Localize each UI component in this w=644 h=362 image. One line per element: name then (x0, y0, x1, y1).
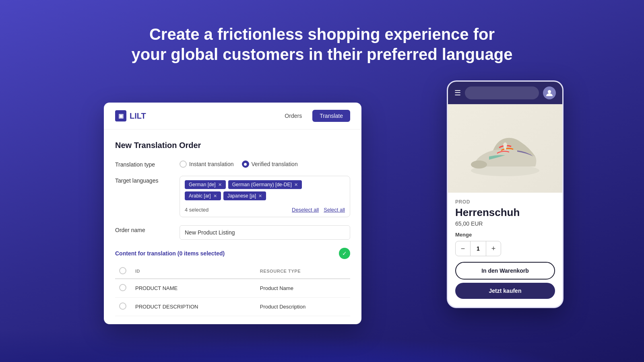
table-head: ID RESOURCE TYPE (115, 264, 350, 279)
mobile-header: ☰ (448, 82, 562, 104)
product-image (448, 104, 562, 193)
row1-checkbox[interactable] (119, 284, 126, 291)
content-header: Content for translation (0 items selecte… (115, 248, 350, 259)
order-name-input[interactable] (180, 225, 350, 240)
row2-checkbox[interactable] (119, 302, 126, 310)
translation-type-row: Translation type Instant translation Ver… (115, 160, 350, 168)
mobile-preview: ☰ (447, 80, 564, 308)
selected-count: 4 selected (185, 207, 208, 213)
buy-now-button[interactable]: Jetzt kaufen (455, 283, 555, 299)
orders-button[interactable]: Orders (277, 110, 309, 122)
target-languages-label: Target languages (115, 176, 171, 184)
tags-actions: Deselect all Select all (292, 207, 345, 213)
translation-type-control: Instant translation Verified translation (180, 160, 350, 168)
row2-id: PRODUCT DESCRIPTION (131, 298, 256, 316)
order-name-control (180, 225, 350, 240)
tag-row-1: German [de] ✕ German (Germany) [de-DE] ✕ (185, 180, 345, 189)
lilt-logo-icon: ▣ (115, 110, 126, 121)
panel-nav: Orders Translate (277, 110, 350, 122)
tag-japanese[interactable]: Japanese [ja] ✕ (223, 191, 266, 200)
lilt-logo: ▣ LILT (115, 110, 146, 121)
quantity-value: 1 (470, 241, 486, 256)
tag-german-de-DE[interactable]: German (Germany) [de-DE] ✕ (228, 180, 302, 189)
translation-panel: ▣ LILT Orders Translate New Translation … (104, 103, 361, 324)
content-section: Content for translation (0 items selecte… (115, 248, 350, 316)
svg-point-2 (471, 160, 487, 169)
svg-point-0 (548, 90, 551, 93)
menge-label: Menge (455, 232, 555, 238)
quantity-box: − 1 + (455, 241, 501, 256)
avatar-icon[interactable] (543, 86, 556, 99)
tag-row-2: Arabic [ar] ✕ Japanese [ja] ✕ (185, 191, 345, 200)
panel-body: New Translation Order Translation type I… (104, 130, 361, 324)
qty-minus-button[interactable]: − (456, 241, 470, 256)
select-all-checkbox[interactable] (119, 267, 126, 274)
tags-area-container: German [de] ✕ German (Germany) [de-DE] ✕… (180, 176, 350, 217)
verified-radio[interactable]: Verified translation (242, 160, 298, 168)
col-id-header: ID (131, 264, 256, 279)
panel-title: New Translation Order (115, 141, 350, 150)
tag-remove-german-de-DE[interactable]: ✕ (294, 182, 298, 187)
row1-id: PRODUCT NAME (131, 279, 256, 298)
add-to-cart-button[interactable]: In den Warenkorb (455, 262, 555, 280)
tag-remove-arabic[interactable]: ✕ (213, 193, 217, 199)
verified-radio-circle (242, 160, 249, 168)
product-name: Herrenschuh (455, 206, 555, 219)
instant-radio[interactable]: Instant translation (180, 160, 234, 168)
content-title: Content for translation (0 items selecte… (115, 250, 225, 257)
row1-type: Product Name (256, 279, 350, 298)
tag-german-de[interactable]: German [de] ✕ (185, 180, 226, 189)
select-all-link[interactable]: Select all (324, 207, 345, 213)
target-languages-row: Target languages German [de] ✕ German (G… (115, 176, 350, 217)
tag-remove-japanese[interactable]: ✕ (258, 193, 262, 199)
deselect-all-link[interactable]: Deselect all (292, 207, 319, 213)
row1-check (115, 279, 131, 298)
col-type-header: RESOURCE TYPE (256, 264, 350, 279)
tags-footer: 4 selected Deselect all Select all (185, 204, 345, 213)
tags-area[interactable]: German [de] ✕ German (Germany) [de-DE] ✕… (180, 176, 350, 217)
panel-header: ▣ LILT Orders Translate (104, 103, 361, 130)
translate-button[interactable]: Translate (312, 110, 350, 122)
row2-type: Product Description (256, 298, 350, 316)
mobile-product-info: PROD Herrenschuh 65,00 EUR Menge − 1 + I… (448, 193, 562, 307)
table-body: PRODUCT NAME Product Name PRODUCT DESCRI… (115, 279, 350, 316)
product-tag: PROD (455, 199, 555, 205)
order-name-row: Order name (115, 225, 350, 240)
table-row: PRODUCT NAME Product Name (115, 279, 350, 298)
col-check-header (115, 264, 131, 279)
tag-arabic[interactable]: Arabic [ar] ✕ (185, 191, 221, 200)
check-green-icon: ✓ (339, 248, 350, 259)
hamburger-icon[interactable]: ☰ (454, 88, 461, 97)
quantity-row: − 1 + (455, 241, 555, 256)
instant-radio-circle (180, 160, 187, 168)
mobile-search-bar[interactable] (465, 86, 539, 99)
qty-plus-button[interactable]: + (486, 241, 501, 256)
radio-group: Instant translation Verified translation (180, 160, 350, 168)
content-table: ID RESOURCE TYPE PRODUCT NAME Product Na… (115, 264, 350, 316)
product-price: 65,00 EUR (455, 220, 555, 227)
order-name-label: Order name (115, 225, 171, 233)
hero-title: Create a frictionless shopping experienc… (0, 24, 644, 64)
table-row: PRODUCT DESCRIPTION Product Description (115, 298, 350, 316)
tag-remove-german-de[interactable]: ✕ (218, 182, 222, 187)
row2-check (115, 298, 131, 316)
translation-type-label: Translation type (115, 160, 171, 168)
table-header-row: ID RESOURCE TYPE (115, 264, 350, 279)
